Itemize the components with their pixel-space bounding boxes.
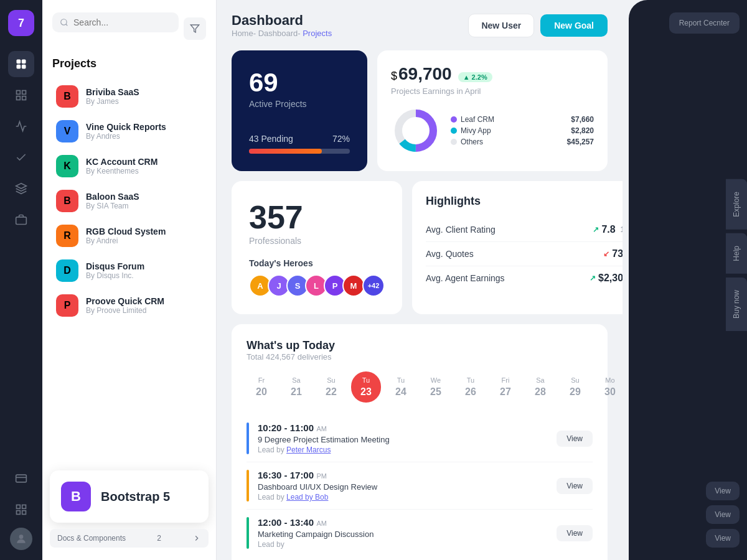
svg-line-18 [66, 24, 68, 26]
bootstrap-overlay: B Bootstrap 5 [50, 470, 209, 523]
svg-rect-3 [22, 65, 26, 69]
earnings-label: Projects Earnings in April [391, 86, 594, 96]
active-projects-label: Active Projects [249, 99, 350, 109]
project-item[interactable]: D Disqus Forum By Disqus Inc. [52, 254, 206, 287]
report-center-button[interactable]: Report Cecnter [669, 12, 740, 34]
sidebar-item-briefcase[interactable] [8, 207, 34, 233]
avatars-row: AJSLPM+42 [249, 274, 385, 297]
project-logo: B [56, 85, 78, 108]
day-item[interactable]: We25 [421, 371, 451, 403]
event-view-button[interactable]: View [557, 525, 593, 541]
project-item[interactable]: B Briviba SaaS By James [52, 80, 206, 113]
top-cards-row: 69 Active Projects 43 Pending 72% $ 69,7… [232, 50, 608, 171]
sidebar-item-card[interactable] [8, 465, 34, 492]
avatar-more: +42 [362, 274, 385, 297]
earnings-card: $ 69,700 ▲ 2.2% Projects Earnings in Apr… [377, 50, 608, 171]
earnings-legend: Leaf CRM $7,660 Mivy App $2,820 Others $… [451, 115, 594, 146]
buy-now-tab[interactable]: Buy now [726, 278, 747, 331]
day-item[interactable]: Tu23 [351, 371, 381, 403]
project-info: Briviba SaaS By James [86, 87, 139, 106]
svg-rect-6 [17, 96, 21, 100]
new-goal-button[interactable]: New Goal [540, 14, 608, 37]
search-input[interactable] [73, 17, 171, 27]
project-info: RGB Cloud System By Andrei [86, 226, 166, 245]
search-icon [60, 17, 68, 27]
time-indicator [247, 470, 249, 502]
day-item[interactable]: Mo30 [595, 371, 622, 403]
project-item[interactable]: P Proove Quick CRM By Proove Limited [52, 289, 206, 322]
new-user-button[interactable]: New User [468, 14, 534, 37]
chevron-right-icon [192, 534, 201, 543]
highlight-row: Avg. Quotes ↙ 730 [426, 242, 622, 266]
day-item[interactable]: Tu24 [386, 371, 416, 403]
sidebar: 7 [0, 0, 42, 560]
svg-rect-14 [17, 511, 21, 515]
breadcrumb: Home- Dashboard- Projects [232, 29, 332, 38]
view-button-3[interactable]: View [706, 529, 740, 548]
right-panel: Report Cecnter Explore Help Buy now View… [622, 0, 747, 560]
progress-bar-bg [249, 149, 350, 154]
sidebar-user-profile[interactable] [10, 528, 32, 550]
svg-marker-19 [190, 25, 199, 32]
svg-point-16 [19, 534, 24, 539]
view-button-2[interactable]: View [706, 505, 740, 524]
bootstrap-label: Bootstrap 5 [101, 490, 170, 504]
docs-label: Docs & Components [57, 534, 126, 543]
project-item[interactable]: V Vine Quick Reports By Andres [52, 115, 206, 147]
svg-point-17 [61, 19, 67, 25]
middle-cards-row: 357 Professionals Today's Heroes AJSLPM+… [232, 181, 608, 314]
header-actions: New User New Goal [468, 14, 608, 37]
donut-chart [391, 106, 441, 156]
project-info: Disqus Forum By Disqus Inc. [86, 261, 144, 280]
legend-dot [451, 128, 457, 134]
project-logo: B [56, 190, 78, 212]
main-header: Dashboard Home- Dashboard- Projects New … [232, 12, 608, 38]
project-item[interactable]: B Baloon SaaS By SIA Team [52, 185, 206, 217]
highlight-row: Avg. Agent Earnings ↗ $2,309 [426, 266, 622, 290]
sidebar-item-chart[interactable] [8, 113, 34, 139]
event-view-button[interactable]: View [557, 478, 593, 494]
project-logo: D [56, 259, 78, 282]
heroes-label: Today's Heroes [249, 258, 385, 268]
day-item[interactable]: Fr20 [247, 371, 276, 403]
earnings-badge: ▲ 2.2% [458, 72, 492, 82]
schedule-subtitle: Total 424,567 deliveries [247, 352, 593, 362]
day-item[interactable]: Fri27 [491, 371, 520, 403]
explore-tab[interactable]: Explore [726, 179, 747, 230]
user-avatar[interactable]: 7 [8, 10, 34, 36]
professionals-card: 357 Professionals Today's Heroes AJSLPM+… [232, 181, 402, 314]
progress-section: 43 Pending 72% [249, 134, 350, 154]
filter-button[interactable] [184, 17, 206, 40]
svg-rect-0 [17, 60, 21, 64]
sidebar-item-grid[interactable] [8, 82, 34, 108]
day-item[interactable]: Su22 [316, 371, 346, 403]
day-item[interactable]: Su29 [560, 371, 590, 403]
search-bar[interactable] [52, 12, 179, 32]
heroes-section: Today's Heroes AJSLPM+42 [249, 258, 385, 297]
docs-bar[interactable]: Docs & Components 2 [50, 529, 209, 548]
sidebar-item-layers[interactable] [8, 175, 34, 202]
sidebar-item-apps[interactable] [8, 497, 34, 523]
event-view-button[interactable]: View [557, 431, 593, 447]
schedule-event: 10:20 - 11:00 AM 9 Degree Project Estima… [247, 415, 593, 462]
projects-list: B Briviba SaaS By James V Vine Quick Rep… [52, 80, 206, 322]
svg-rect-12 [17, 505, 21, 509]
project-item[interactable]: R RGB Cloud System By Andrei [52, 220, 206, 252]
time-indicator [247, 517, 249, 549]
earnings-currency: $ [391, 70, 397, 83]
view-button-1[interactable]: View [706, 482, 740, 500]
sidebar-item-dashboard[interactable] [8, 51, 34, 77]
bootstrap-icon: B [61, 482, 91, 511]
svg-rect-7 [22, 96, 26, 100]
sidebar-item-check[interactable] [8, 144, 34, 170]
project-logo: P [56, 294, 78, 317]
help-tab[interactable]: Help [726, 233, 747, 274]
day-item[interactable]: Sa28 [525, 371, 555, 403]
project-info: Vine Quick Reports By Andres [86, 122, 166, 141]
project-item[interactable]: K KC Account CRM By Keenthemes [52, 150, 206, 182]
svg-rect-13 [22, 505, 26, 509]
legend-dot [451, 139, 457, 145]
professionals-number: 357 [249, 198, 385, 236]
day-item[interactable]: Sa21 [281, 371, 311, 403]
day-item[interactable]: Tu26 [456, 371, 486, 403]
